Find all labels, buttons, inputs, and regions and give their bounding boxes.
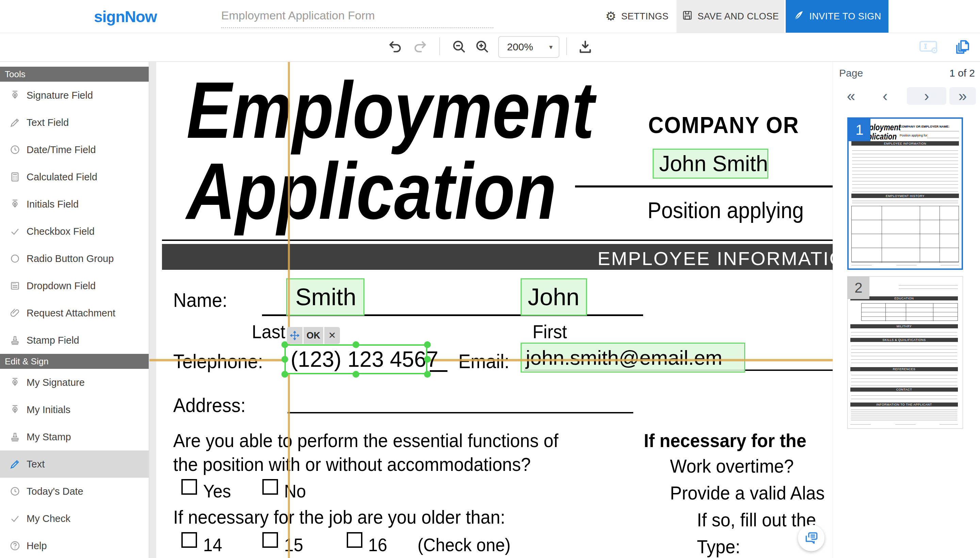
sidebar-item-my-signature[interactable]: My Signature [0, 369, 149, 396]
yes-label: Yes [203, 481, 233, 502]
last-page-button[interactable]: » [949, 87, 976, 105]
applicant-name-field[interactable]: John Smith [653, 149, 768, 179]
sidebar-item-label: Signature Field [26, 90, 93, 101]
page-thumbnail-1[interactable]: 1 Employment Application COMPANY OR EMPL… [847, 117, 963, 270]
sidebar-item-radio-button-group[interactable]: Radio Button Group [0, 245, 149, 272]
zoom-level-select[interactable]: 200% ▾ [498, 36, 560, 58]
resize-handle-ne[interactable] [424, 341, 431, 348]
sidebar-item-my-initials[interactable]: My Initials [0, 396, 149, 423]
thumb1-paragraph-lines [852, 199, 958, 204]
sidebar-item-label: Help [26, 540, 47, 551]
save-and-close-button[interactable]: SAVE AND CLOSE [676, 0, 784, 33]
sidebar-item-label: My Stamp [26, 432, 71, 443]
sidebar-item-signature-field[interactable]: Signature Field [0, 82, 149, 109]
signnow-logo[interactable]: signNow [94, 8, 157, 26]
sidebar-item-todays-date[interactable]: Today's Date [0, 478, 149, 505]
right-col-line2: Provide a valid Alas [670, 482, 833, 504]
address-label: Address: [173, 394, 251, 417]
text-settings-icon[interactable] [915, 38, 942, 56]
last-name-field[interactable]: Smith [286, 278, 364, 316]
field-mini-toolbar: OK ✕ [287, 327, 340, 344]
calculator-icon [9, 171, 21, 183]
pages-icon[interactable] [953, 38, 972, 56]
undo-button[interactable] [386, 38, 405, 56]
pen-nib-icon [9, 89, 21, 102]
sidebar-item-label: My Check [26, 513, 71, 524]
age-15-label: 15 [284, 534, 305, 555]
editor-toolbar: 200% ▾ [0, 33, 980, 62]
redo-button[interactable] [410, 38, 429, 56]
sidebar-item-label: Initials Field [26, 199, 79, 210]
thumb2-bar-military: MILITARY [850, 324, 958, 328]
paperclip-icon [9, 307, 21, 319]
age-16-checkbox [347, 532, 363, 548]
move-handle[interactable] [287, 327, 302, 344]
save-icon [682, 10, 693, 23]
sidebar-item-label: Checkbox Field [26, 226, 95, 237]
first-page-button[interactable]: « [842, 87, 860, 105]
employee-information-label: EMPLOYEE INFORMATION [598, 247, 833, 269]
download-button[interactable] [576, 38, 595, 56]
age-14-label: 14 [203, 534, 223, 555]
resize-handle-sw[interactable] [281, 371, 288, 377]
resize-handle-se[interactable] [424, 371, 431, 377]
toolbar-divider [439, 38, 440, 55]
sidebar-item-request-attachment[interactable]: Request Attachment [0, 299, 149, 327]
sidebar-item-dropdown-field[interactable]: Dropdown Field [0, 272, 149, 300]
horizontal-guide-line [149, 359, 833, 361]
resize-handle-e[interactable] [424, 356, 431, 363]
sidebar-item-label: Stamp Field [26, 335, 79, 346]
first-name-field[interactable]: John [520, 278, 587, 316]
resize-handle-w[interactable] [281, 356, 288, 363]
sidebar-item-help[interactable]: Help [0, 532, 149, 558]
pen-nib-icon [9, 404, 21, 416]
chevron-down-icon: ▾ [549, 43, 553, 51]
sidebar-item-initials-field[interactable]: Initials Field [0, 190, 149, 218]
fields-sidebar: Tools Signature Field Text Field Date/Ti… [0, 61, 149, 558]
email-field[interactable]: john.smith@email.em [520, 343, 745, 373]
question2: If necessary for the job are you older t… [173, 506, 530, 528]
close-icon[interactable]: ✕ [324, 327, 340, 344]
document-title-underline [221, 27, 493, 28]
thumb2-bar-skills: SKILLS & QUALIFICATIONS [850, 338, 958, 342]
invite-to-sign-button[interactable]: INVITE TO SIGN [786, 0, 888, 33]
sidebar-item-text[interactable]: Text [0, 450, 149, 478]
sidebar-item-label: Today's Date [26, 486, 84, 497]
sidebar-item-datetime-field[interactable]: Date/Time Field [0, 136, 149, 164]
circle-icon [9, 253, 21, 265]
next-page-button[interactable]: › [907, 87, 946, 105]
previous-page-button[interactable]: ‹ [877, 87, 893, 105]
name-label: Name: [173, 289, 231, 311]
page-thumbnail-2[interactable]: 2 EDUCATION MILITARY SKILLS & QUALIFICAT… [847, 276, 963, 429]
sidebar-item-stamp-field[interactable]: Stamp Field [0, 327, 149, 354]
settings-button[interactable]: ⚙ SETTINGS [605, 0, 669, 33]
thumb1-bar-employee-info: EMPLOYEE INFORMATION [851, 141, 959, 146]
sidebar-item-my-stamp[interactable]: My Stamp [0, 423, 149, 451]
chat-widget-button[interactable] [798, 525, 824, 551]
document-canvas: Employment Application COMPANY OR John S… [149, 61, 833, 558]
pen-icon [9, 458, 21, 470]
toolbar-divider-2 [566, 38, 567, 55]
thumb1-position-line: Position applying for: [900, 134, 928, 137]
telephone-field-selected[interactable]: (123) 123 4567 [284, 344, 427, 374]
checkmark-icon [9, 225, 21, 238]
pages-panel: Page 1 of 2 « ‹ › » 1 Employment Applica… [833, 61, 980, 558]
document-title[interactable]: Employment Application Form [221, 9, 375, 22]
ok-button[interactable]: OK [304, 327, 323, 344]
sidebar-item-text-field[interactable]: Text Field [0, 109, 149, 136]
thumb2-education-table [861, 303, 958, 321]
zoom-out-button[interactable] [450, 38, 469, 56]
save-and-close-label: SAVE AND CLOSE [698, 11, 779, 22]
resize-handle-s[interactable] [353, 371, 359, 377]
resize-handle-n[interactable] [353, 341, 359, 348]
zoom-in-button[interactable] [473, 38, 492, 56]
question1-line1: Are you able to perform the essential fu… [173, 429, 587, 451]
page-2-badge: 2 [848, 277, 869, 299]
sidebar-item-label: Date/Time Field [26, 144, 96, 156]
sidebar-item-checkbox-field[interactable]: Checkbox Field [0, 218, 149, 245]
sidebar-item-label: Text [26, 459, 44, 470]
question-circle-icon [9, 540, 21, 552]
sidebar-item-my-check[interactable]: My Check [0, 505, 149, 532]
sidebar-item-calculated-field[interactable]: Calculated Field [0, 163, 149, 191]
thumb1-company-line: COMPANY OR EMPLOYER NAME: [900, 125, 949, 128]
